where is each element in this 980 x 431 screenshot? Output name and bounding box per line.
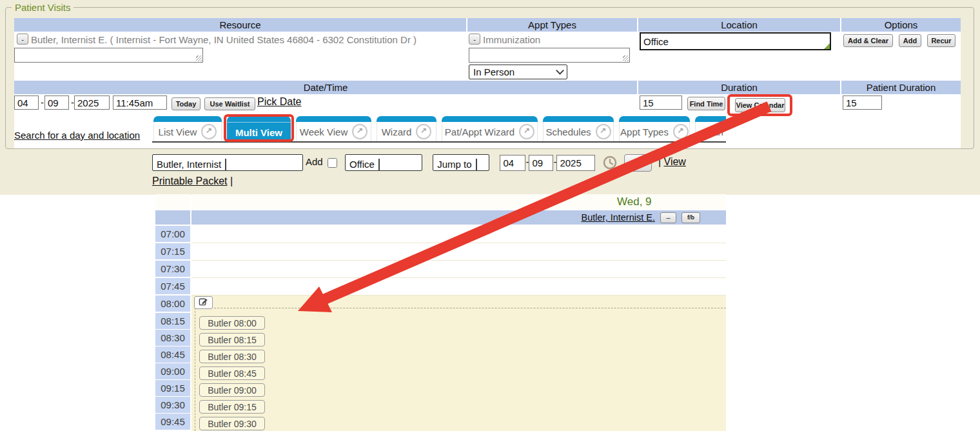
clock-icon[interactable]	[602, 155, 618, 170]
tab-top-bar	[296, 116, 371, 122]
resize-grip-icon[interactable]	[623, 55, 629, 61]
calendar-slot-row[interactable]	[191, 278, 726, 296]
pick-date-link[interactable]: Pick Date	[257, 96, 301, 108]
resize-grip-icon[interactable]	[824, 43, 830, 49]
calendar-resource-header: Butler, Internist E. – f/b	[191, 210, 726, 225]
provider-select[interactable]: Butler, Internist	[152, 154, 303, 171]
appointment-slot-button[interactable]: Butler 08:15	[199, 333, 265, 346]
appointment-slot-button[interactable]: Butler 08:30	[199, 350, 265, 363]
tab-top-bar	[543, 116, 614, 122]
tab-multi-view[interactable]: Multi View	[227, 116, 291, 141]
tab-appt-types[interactable]: Appt Types↗	[619, 116, 690, 141]
visit-day-input[interactable]	[44, 95, 69, 110]
chevron-down-icon	[556, 66, 564, 75]
column-header-location: Location	[638, 18, 840, 32]
chevron-down-icon	[378, 159, 380, 171]
tab-body[interactable]: Multi View	[227, 122, 291, 142]
time-label: 08:15	[155, 313, 190, 329]
printable-prefix: |	[658, 156, 664, 167]
time-label: 07:30	[155, 261, 190, 277]
open-in-new-icon[interactable]: ↗	[519, 124, 534, 139]
add-button[interactable]: Add	[899, 34, 921, 47]
chevron-down-icon	[476, 159, 477, 171]
day-header-label: Wed, 9	[617, 195, 652, 208]
tab-body[interactable]: Schedules↗	[543, 122, 614, 141]
jump-to-select[interactable]: Jump to	[433, 154, 489, 171]
open-in-new-icon[interactable]: ↗	[673, 124, 689, 139]
resource-search-wrap	[14, 48, 203, 63]
provider-selected-value: Butler, Internist	[157, 159, 221, 170]
use-waitlist-button[interactable]: Use Waitlist	[204, 97, 255, 110]
visit-time-input[interactable]	[113, 95, 167, 110]
appointment-slot-button[interactable]: Butler 09:15	[199, 400, 265, 414]
resource-header-link[interactable]: Butler, Internist E.	[582, 212, 655, 223]
appointment-slot-button[interactable]: Butler 08:45	[199, 366, 265, 380]
appointment-slot-button[interactable]: Butler 08:00	[199, 316, 265, 330]
tab-top-bar	[227, 116, 291, 122]
edit-appointment-button[interactable]	[194, 296, 213, 309]
add-checkbox[interactable]	[328, 158, 337, 168]
today-button[interactable]: Today	[172, 97, 201, 110]
resize-grip-icon[interactable]	[196, 55, 202, 61]
time-label: 08:45	[155, 346, 190, 363]
go-button[interactable]: Go	[624, 154, 652, 172]
toolbar-day-input[interactable]	[529, 155, 553, 171]
location-input[interactable]	[640, 32, 831, 50]
duration-input[interactable]	[640, 95, 682, 110]
patient-duration-input[interactable]	[843, 95, 882, 110]
resource-collapse-button[interactable]: -	[17, 34, 28, 45]
visit-month-input[interactable]	[14, 95, 39, 110]
open-in-new-icon[interactable]: ↗	[596, 124, 611, 139]
add-and-clear-button[interactable]: Add & Clear	[843, 34, 893, 47]
tab-label: Week View	[300, 126, 348, 137]
appointment-slot-button[interactable]: Butler 09:30	[199, 417, 265, 430]
collapse-column-button[interactable]: –	[660, 212, 676, 223]
tab-body[interactable]: Appt Types↗	[619, 122, 690, 141]
recur-button[interactable]: Recur	[927, 34, 956, 47]
fb-button[interactable]: f/b	[681, 212, 700, 223]
tab-top-bar	[377, 116, 436, 122]
patient-visits-page: Patient Visits Resource Appt Types Locat…	[0, 0, 980, 431]
time-label: 08:30	[155, 330, 190, 346]
tab-list-view[interactable]: List View↗	[153, 116, 222, 141]
find-time-button[interactable]: Find Time	[687, 97, 725, 110]
appt-type-search-input[interactable]	[469, 48, 630, 63]
tab-label: Can	[705, 126, 723, 137]
appointment-slot-button[interactable]: Butler 09:00	[199, 383, 265, 397]
toolbar-month-input[interactable]	[500, 155, 525, 171]
view-calendar-button[interactable]: View Calendar	[735, 98, 785, 112]
tab-can[interactable]: Can	[695, 116, 726, 141]
calendar-day-header-row: Wed, 9	[191, 194, 726, 209]
time-label: 09:30	[155, 397, 190, 413]
calendar-slot-row[interactable]	[191, 243, 726, 261]
tab-body[interactable]: Can	[695, 122, 726, 141]
open-in-new-icon[interactable]: ↗	[416, 124, 431, 139]
calendar-slot-row[interactable]	[191, 226, 726, 243]
appt-types-collapse-button[interactable]: -	[469, 34, 480, 45]
appointment-block-outline	[195, 308, 726, 431]
tab-body[interactable]: List View↗	[153, 122, 222, 141]
location-select[interactable]: Office	[345, 154, 422, 171]
tab-body[interactable]: Week View↗	[296, 122, 371, 141]
tab-wizard[interactable]: Wizard↗	[377, 116, 436, 141]
visit-year-input[interactable]	[74, 95, 110, 110]
tab-body[interactable]: Pat/Appt Wizard↗	[442, 122, 538, 141]
appt-mode-select[interactable]: In Person	[469, 65, 567, 79]
calendar-slot-row[interactable]	[191, 261, 726, 278]
tab-week-view[interactable]: Week View↗	[296, 116, 371, 141]
toolbar-year-input[interactable]	[556, 155, 595, 171]
tab-pat-appt-wizard[interactable]: Pat/Appt Wizard↗	[442, 116, 538, 141]
time-label: 07:00	[155, 226, 190, 242]
location-input-wrap	[640, 32, 831, 50]
open-in-new-icon[interactable]: ↗	[201, 124, 217, 139]
search-day-location-link[interactable]: Search for a day and location	[14, 130, 140, 141]
tab-schedules[interactable]: Schedules↗	[543, 116, 614, 141]
column-header-appt-types: Appt Types	[467, 18, 637, 32]
open-in-new-icon[interactable]: ↗	[352, 124, 368, 139]
tab-top-bar	[695, 116, 726, 122]
appt-mode-selected-value: In Person	[473, 66, 514, 77]
tab-body[interactable]: Wizard↗	[377, 122, 436, 141]
resource-search-input[interactable]	[14, 48, 203, 63]
tab-label: Appt Types	[620, 126, 669, 137]
printable-suffix: |	[228, 175, 233, 186]
